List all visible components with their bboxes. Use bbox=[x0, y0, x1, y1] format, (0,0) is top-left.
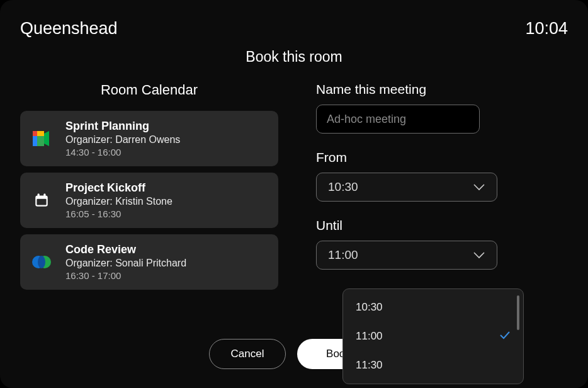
dropdown-option-label: 11:00 bbox=[356, 330, 383, 343]
event-organizer: Organizer: Kristin Stone bbox=[65, 196, 172, 207]
chevron-down-icon bbox=[473, 249, 485, 261]
cancel-button[interactable]: Cancel bbox=[209, 339, 286, 369]
svg-rect-6 bbox=[38, 193, 40, 197]
svg-point-11 bbox=[38, 256, 45, 268]
svg-rect-7 bbox=[43, 193, 45, 197]
calendar-icon bbox=[31, 190, 52, 210]
event-organizer: Organizer: Darren Owens bbox=[65, 134, 180, 146]
dropdown-option[interactable]: 10:30 bbox=[343, 293, 523, 322]
room-name: Queenshead bbox=[20, 19, 118, 38]
until-field-label: Until bbox=[316, 218, 524, 233]
clock: 10:04 bbox=[525, 19, 568, 38]
calendar-heading: Room Calendar bbox=[20, 82, 278, 98]
event-title: Sprint Planning bbox=[65, 120, 180, 133]
svg-rect-8 bbox=[37, 199, 46, 205]
svg-rect-0 bbox=[33, 131, 37, 136]
check-icon bbox=[499, 330, 511, 343]
until-time-value: 11:00 bbox=[328, 248, 358, 262]
booking-form: Name this meeting From 10:30 Until 11:00 bbox=[316, 82, 568, 290]
calendar-event[interactable]: Code Review Organizer: Sonali Pritchard … bbox=[20, 234, 278, 290]
event-time: 16:05 - 16:30 bbox=[65, 208, 172, 219]
event-time: 16:30 - 17:00 bbox=[65, 270, 186, 281]
svg-rect-3 bbox=[37, 136, 44, 146]
dropdown-option-label: 10:30 bbox=[356, 301, 383, 314]
dropdown-option-label: 11:30 bbox=[356, 359, 383, 372]
svg-marker-4 bbox=[44, 131, 49, 146]
calendar-event[interactable]: Sprint Planning Organizer: Darren Owens … bbox=[20, 111, 278, 166]
until-dropdown-panel: 10:30 11:00 11:30 bbox=[342, 288, 524, 384]
name-field-label: Name this meeting bbox=[316, 82, 524, 97]
until-time-select[interactable]: 11:00 bbox=[316, 241, 497, 270]
meeting-name-input[interactable] bbox=[316, 105, 480, 134]
from-time-value: 10:30 bbox=[328, 180, 358, 194]
event-organizer: Organizer: Sonali Pritchard bbox=[65, 258, 186, 269]
calendar-event[interactable]: Project Kickoff Organizer: Kristin Stone… bbox=[20, 173, 278, 228]
from-time-select[interactable]: 10:30 bbox=[316, 173, 497, 202]
dropdown-option[interactable]: 11:00 bbox=[343, 322, 523, 351]
page-title: Book this room bbox=[20, 48, 568, 66]
google-meet-icon bbox=[31, 128, 52, 149]
svg-rect-1 bbox=[37, 131, 44, 136]
dropdown-option[interactable]: 11:30 bbox=[343, 351, 523, 380]
event-time: 14:30 - 16:00 bbox=[65, 147, 180, 157]
from-field-label: From bbox=[316, 150, 524, 165]
event-title: Project Kickoff bbox=[65, 181, 172, 195]
webex-icon bbox=[31, 252, 52, 272]
svg-rect-2 bbox=[33, 136, 37, 146]
chevron-down-icon bbox=[473, 181, 485, 193]
event-title: Code Review bbox=[65, 243, 186, 256]
room-calendar-panel: Room Calendar Sprint Planning bbox=[20, 82, 278, 290]
